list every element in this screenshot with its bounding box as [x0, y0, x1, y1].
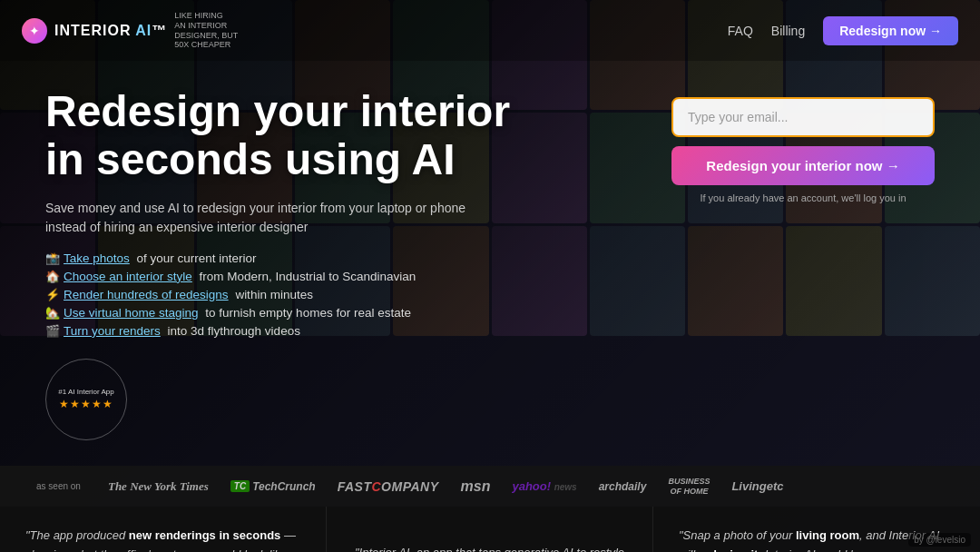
- logo-badge: LIKE HIRINGAN INTERIORDESIGNER, BUT50X C…: [174, 11, 238, 50]
- feature-item-photos: 📸 Take photos of your current interior: [45, 251, 635, 265]
- feature-text-1: of your current interior: [133, 251, 257, 265]
- feature-item-staging: 🏡 Use virtual home staging to furnish em…: [45, 306, 635, 320]
- feature-text-5: into 3d flythrough videos: [164, 324, 300, 338]
- cta-box: Redesign your interior now → If you alre…: [671, 97, 935, 440]
- feature-item-video: 🎬 Turn your renders into 3d flythrough v…: [45, 324, 635, 338]
- feature-item-render: ⚡ Render hundreds of redesigns within mi…: [45, 288, 635, 301]
- email-input[interactable]: [671, 97, 935, 137]
- press-livingetc: Livingetc: [731, 479, 783, 493]
- press-archdaily: archdaily: [599, 480, 647, 493]
- press-fastco: FASTCOMPANY: [338, 479, 439, 494]
- redesign-now-button[interactable]: Redesign now →: [823, 16, 958, 45]
- by-levelsio-label: by @levelsio: [908, 533, 971, 547]
- hero-subtitle: Save money and use AI to redesign your i…: [45, 199, 481, 237]
- press-msn: msn: [461, 478, 491, 495]
- hero-section: Redesign your interiorin seconds using A…: [0, 61, 980, 440]
- feature-text-3: within minutes: [232, 288, 313, 301]
- award-badge: #1 AI Interior App ★★★★★: [45, 359, 127, 440]
- render-link[interactable]: Render hundreds of redesigns: [64, 288, 229, 301]
- press-tc: TC TechCrunch: [230, 479, 316, 493]
- testimonial-card-2: "Interior AI, an app that taps generativ…: [327, 507, 653, 552]
- press-strip: as seen on The New York Times TC TechCru…: [0, 466, 980, 508]
- logo-area: ✦ INTERIOR AI™ LIKE HIRINGAN INTERIORDES…: [22, 11, 238, 50]
- staging-icon: 🏡: [45, 306, 60, 320]
- take-photos-link[interactable]: Take photos: [64, 251, 130, 265]
- testimonial-card-1: "The app produced new renderings in seco…: [0, 507, 327, 552]
- press-label: as seen on: [36, 481, 81, 491]
- hero-left: Redesign your interiorin seconds using A…: [45, 88, 635, 440]
- testimonial-quote-1: "The app produced new renderings in seco…: [25, 527, 300, 552]
- video-link[interactable]: Turn your renders: [64, 324, 161, 338]
- press-yahoo: yahoo! news: [512, 479, 576, 493]
- feature-text-2: from Modern, Industrial to Scandinavian: [196, 270, 416, 283]
- press-businessofhome: BUSINESSOF HOME: [668, 477, 710, 497]
- logo-text: INTERIOR AI™: [54, 23, 167, 39]
- logo-icon: ✦: [22, 18, 47, 44]
- feature-text-4: to furnish empty homes for real estate: [202, 306, 411, 320]
- faq-link[interactable]: FAQ: [728, 24, 753, 38]
- feature-list: 📸 Take photos of your current interior 🏠…: [45, 251, 635, 338]
- testimonials-section: "The app produced new renderings in seco…: [0, 507, 980, 552]
- login-note: If you already have an account, we'll lo…: [671, 192, 935, 203]
- feature-item-style: 🏠 Choose an interior style from Modern, …: [45, 270, 635, 283]
- press-nyt: The New York Times: [108, 479, 209, 494]
- render-icon: ⚡: [45, 288, 60, 301]
- cta-button[interactable]: Redesign your interior now →: [671, 146, 935, 185]
- press-logos: The New York Times TC TechCrunch FASTCOM…: [108, 477, 944, 497]
- nav-right: FAQ Billing Redesign now →: [728, 16, 958, 45]
- photo-icon: 📸: [45, 251, 60, 265]
- hero-title: Redesign your interiorin seconds using A…: [45, 88, 635, 184]
- choose-style-link[interactable]: Choose an interior style: [64, 270, 192, 283]
- navbar: ✦ INTERIOR AI™ LIKE HIRINGAN INTERIORDES…: [0, 0, 980, 61]
- award-label: #1 AI Interior App: [58, 387, 113, 397]
- video-icon: 🎬: [45, 324, 60, 338]
- billing-link[interactable]: Billing: [771, 24, 805, 38]
- award-stars: ★★★★★: [59, 397, 113, 412]
- staging-link[interactable]: Use virtual home staging: [64, 306, 199, 320]
- testimonial-quote-2: "Interior AI, an app that taps generativ…: [352, 544, 627, 552]
- logo-text-group: INTERIOR AI™: [54, 23, 167, 39]
- style-icon: 🏠: [45, 270, 60, 283]
